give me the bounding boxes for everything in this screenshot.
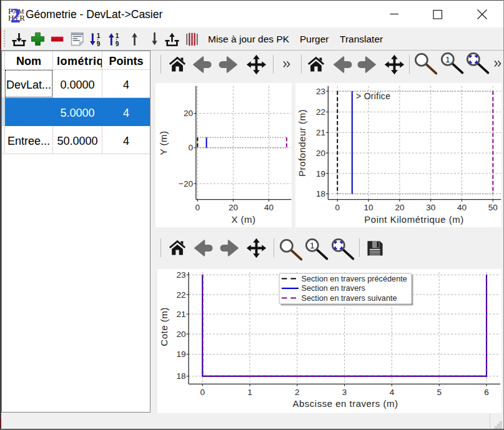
- svg-text:Profondeur (m): Profondeur (m): [297, 109, 307, 177]
- svg-text:Section en travers précédente: Section en travers précédente: [302, 275, 407, 283]
- svg-text:20: 20: [229, 203, 238, 212]
- svg-text:23: 23: [316, 87, 325, 96]
- svg-text:6: 6: [484, 388, 489, 397]
- svg-text:50: 50: [488, 203, 498, 212]
- svg-text:0: 0: [188, 143, 193, 152]
- svg-text:19: 19: [316, 169, 325, 178]
- svg-text:4: 4: [390, 388, 395, 397]
- svg-text:Y (m): Y (m): [158, 131, 169, 155]
- svg-text:0: 0: [195, 203, 200, 212]
- svg-text:0: 0: [200, 388, 205, 397]
- svg-text:−20: −20: [179, 179, 193, 188]
- svg-text:10: 10: [364, 203, 373, 212]
- svg-text:40: 40: [457, 203, 467, 212]
- svg-text:5: 5: [437, 388, 442, 397]
- svg-text:21: 21: [176, 310, 185, 319]
- svg-text:0: 0: [335, 203, 340, 212]
- svg-text:40: 40: [264, 203, 274, 212]
- svg-text:20: 20: [316, 149, 325, 158]
- svg-text:20: 20: [395, 203, 404, 212]
- svg-text:18: 18: [176, 371, 185, 381]
- svg-text:22: 22: [316, 107, 325, 117]
- svg-text:2: 2: [295, 388, 300, 397]
- svg-text:20: 20: [184, 109, 193, 118]
- svg-text:20: 20: [176, 330, 185, 339]
- svg-text:Section en travers suivante: Section en travers suivante: [302, 294, 397, 303]
- svg-text:18: 18: [316, 189, 325, 198]
- svg-text:30: 30: [426, 203, 435, 212]
- svg-text:Abscisse en travers (m): Abscisse en travers (m): [292, 398, 398, 409]
- svg-text:Cote (m): Cote (m): [159, 307, 169, 346]
- svg-text:Section en travers: Section en travers: [302, 284, 365, 293]
- svg-text:23: 23: [176, 270, 185, 280]
- svg-text:2: 2: [11, 4, 21, 27]
- svg-text:Point Kilométrique (m): Point Kilométrique (m): [364, 214, 463, 225]
- svg-text:1: 1: [247, 388, 252, 397]
- svg-text:19: 19: [176, 349, 185, 359]
- svg-text:X (m): X (m): [231, 214, 255, 225]
- svg-text:21: 21: [316, 128, 325, 137]
- svg-text:> Orifice: > Orifice: [356, 91, 390, 101]
- svg-text:3: 3: [342, 388, 347, 397]
- svg-text:22: 22: [176, 290, 185, 300]
